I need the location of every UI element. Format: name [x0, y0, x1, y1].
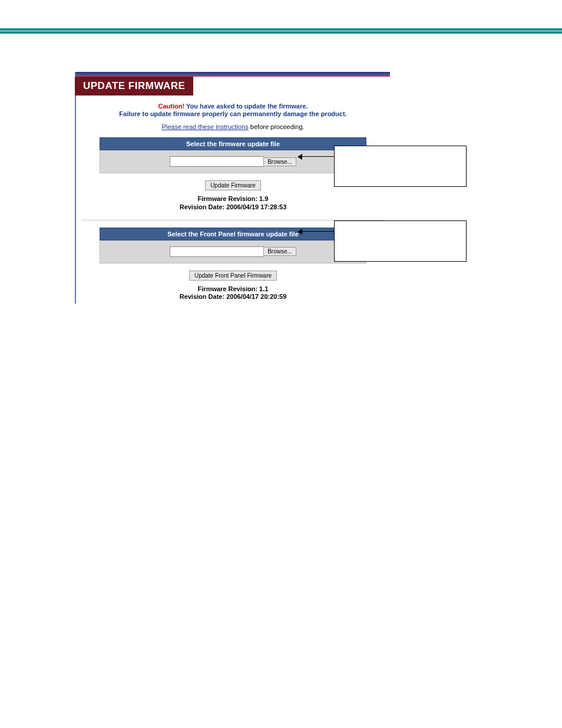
- instructions-line: Please read these instructions before pr…: [82, 123, 384, 130]
- firmware-rev-date: Revision Date: 2006/04/19 17:28:53: [82, 203, 384, 212]
- instructions-after: before proceeding.: [249, 123, 305, 130]
- caution-line-2: Failure to update firmware properly can …: [82, 110, 384, 117]
- caution-rest: You have asked to update the firmware.: [184, 103, 308, 110]
- panel-topbar: [76, 72, 390, 77]
- frontpanel-browse-button[interactable]: Browse...: [263, 247, 296, 256]
- section-frontpanel-head: Select the Front Panel firmware update f…: [100, 228, 366, 241]
- caution-line-1: Caution! You have asked to update the fi…: [82, 103, 384, 110]
- callout-box-2: [334, 220, 467, 262]
- rule-top-2: [0, 31, 562, 34]
- caution-word: Caution!: [158, 103, 185, 110]
- section-firmware-body: Browse...: [100, 150, 366, 173]
- firmware-browse-button[interactable]: Browse...: [263, 157, 296, 166]
- firmware-rev: Firmware Revision: 1.9: [82, 195, 384, 203]
- rule-top: [0, 28, 562, 31]
- panel-title: UPDATE FIRMWARE: [75, 77, 193, 95]
- panel-body: Caution! You have asked to update the fi…: [76, 95, 390, 304]
- instructions-link[interactable]: Please read these instructions: [161, 123, 248, 130]
- section-firmware-head: Select the firmware update file: [100, 137, 366, 150]
- frontpanel-rev-date: Revision Date: 2006/04/17 20:20:59: [82, 293, 384, 301]
- update-frontpanel-button[interactable]: Update Front Panel Firmware: [189, 271, 277, 281]
- section-frontpanel: Select the Front Panel firmware update f…: [100, 228, 366, 263]
- update-firmware-button[interactable]: Update Firmware: [205, 180, 261, 190]
- callout-arrow-2: [299, 231, 334, 232]
- frontpanel-rev: Firmware Revision: 1.1: [82, 285, 384, 294]
- frontpanel-rev-block: Firmware Revision: 1.1 Revision Date: 20…: [82, 285, 384, 302]
- section-firmware: Select the firmware update file Browse..…: [100, 137, 366, 173]
- firmware-panel: UPDATE FIRMWARE Caution! You have asked …: [75, 72, 390, 304]
- callout-box-1: [334, 146, 467, 187]
- callout-arrow-1: [299, 156, 334, 157]
- section-frontpanel-body: Browse...: [100, 241, 366, 263]
- frontpanel-file-input[interactable]: [170, 246, 264, 257]
- firmware-rev-block: Firmware Revision: 1.9 Revision Date: 20…: [82, 195, 384, 212]
- firmware-file-input[interactable]: [170, 156, 264, 167]
